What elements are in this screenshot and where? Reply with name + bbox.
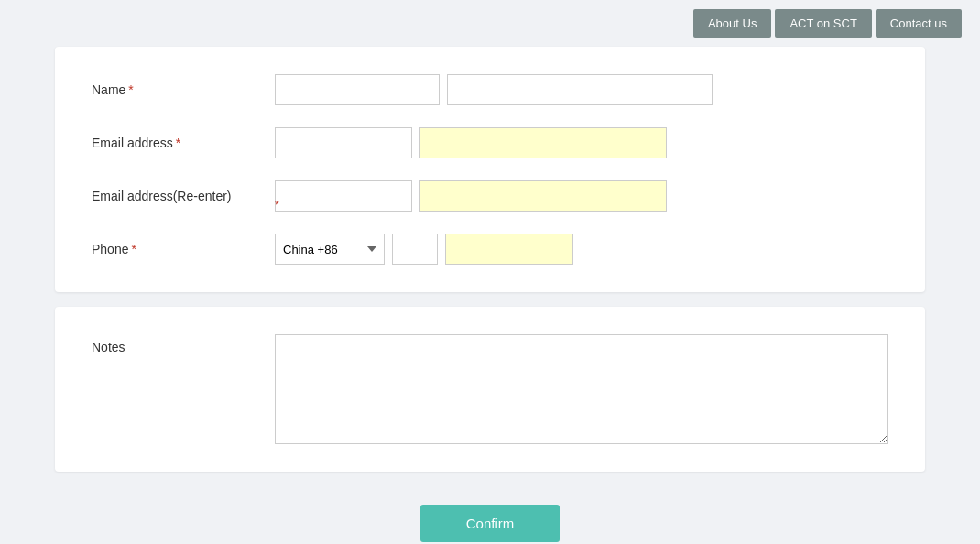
phone-fields: China +86 USA +1 UK +44 Japan +81 German… <box>275 234 888 265</box>
email-required: * <box>176 136 180 150</box>
email-reenter-fields <box>275 180 888 212</box>
notes-row: Notes <box>92 334 888 444</box>
name-last-input[interactable] <box>447 74 713 105</box>
email-fields <box>275 127 888 158</box>
name-first-input[interactable] <box>275 74 440 105</box>
email-reenter-part1-input[interactable] <box>275 180 412 212</box>
email-reenter-group: Email address(Re-enter) * <box>92 180 888 212</box>
main-content: Name* Email address* Email address(Re-en… <box>0 47 980 544</box>
email-reenter-row: Email address(Re-enter) <box>92 180 888 212</box>
email-reenter-label: Email address(Re-enter) <box>92 189 275 203</box>
nav-contact-us[interactable]: Contact us <box>876 9 962 38</box>
form-card: Name* Email address* Email address(Re-en… <box>55 47 925 292</box>
notes-textarea[interactable] <box>275 334 888 444</box>
notes-label: Notes <box>92 334 275 354</box>
phone-required: * <box>131 242 136 256</box>
phone-number-yellow-input[interactable] <box>445 234 573 265</box>
notes-card: Notes <box>55 307 925 472</box>
email-part1-input[interactable] <box>275 127 412 158</box>
name-row: Name* <box>92 74 888 105</box>
name-required: * <box>128 82 133 97</box>
name-label: Name* <box>92 82 275 97</box>
name-fields <box>275 74 888 105</box>
email-row: Email address* <box>92 127 888 158</box>
phone-number-white-input[interactable] <box>392 234 438 265</box>
confirm-area: Confirm <box>55 486 925 544</box>
email-part2-input[interactable] <box>419 127 667 158</box>
nav-act-on-sct[interactable]: ACT on SCT <box>775 9 871 38</box>
phone-row: Phone* China +86 USA +1 UK +44 Japan +81… <box>92 234 888 265</box>
confirm-button[interactable]: Confirm <box>420 505 561 542</box>
phone-country-select[interactable]: China +86 USA +1 UK +44 Japan +81 German… <box>275 234 385 265</box>
email-label: Email address* <box>92 136 275 150</box>
header: About Us ACT on SCT Contact us <box>0 0 980 47</box>
email-reenter-part2-input[interactable] <box>419 180 667 212</box>
nav-about-us[interactable]: About Us <box>693 9 771 38</box>
phone-label: Phone* <box>92 242 275 256</box>
